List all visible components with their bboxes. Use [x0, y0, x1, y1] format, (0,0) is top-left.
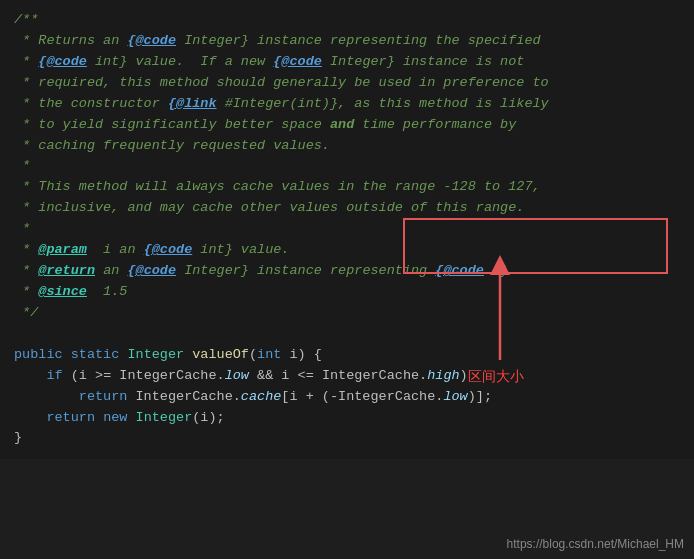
code-line-21: }: [14, 428, 680, 449]
code-line-3: * {@code int} value. If a new {@code Int…: [14, 52, 680, 73]
code-line-14: * @since 1.5: [14, 282, 680, 303]
code-line-18: if (i >= IntegerCache.low && i <= Intege…: [14, 366, 680, 387]
code-line-5: * the constructor {@link #Integer(int)},…: [14, 94, 680, 115]
code-line-19: return IntegerCache.cache[i + (-IntegerC…: [14, 387, 680, 408]
code-line-1: /**: [14, 10, 680, 31]
code-line-8: *: [14, 156, 680, 177]
code-line-7: * caching frequently requested values.: [14, 136, 680, 157]
code-line-11: *: [14, 219, 680, 240]
code-line-4: * required, this method should generally…: [14, 73, 680, 94]
code-line-17: public static Integer valueOf(int i) {: [14, 345, 680, 366]
watermark: https://blog.csdn.net/Michael_HM: [507, 537, 684, 551]
code-block: /** * Returns an {@code Integer} instanc…: [0, 0, 694, 459]
code-line-15: */: [14, 303, 680, 324]
code-line-16: [14, 324, 680, 345]
code-line-2: * Returns an {@code Integer} instance re…: [14, 31, 680, 52]
code-line-6: * to yield significantly better space an…: [14, 115, 680, 136]
code-line-12: * @param i an {@code int} value.: [14, 240, 680, 261]
code-line-10: * inclusive, and may cache other values …: [14, 198, 680, 219]
code-line-20: return new Integer(i);: [14, 408, 680, 429]
code-line-9: * This method will always cache values i…: [14, 177, 680, 198]
tag-code: {@code: [127, 33, 176, 48]
code-line-13: * @return an {@code Integer} instance re…: [14, 261, 680, 282]
